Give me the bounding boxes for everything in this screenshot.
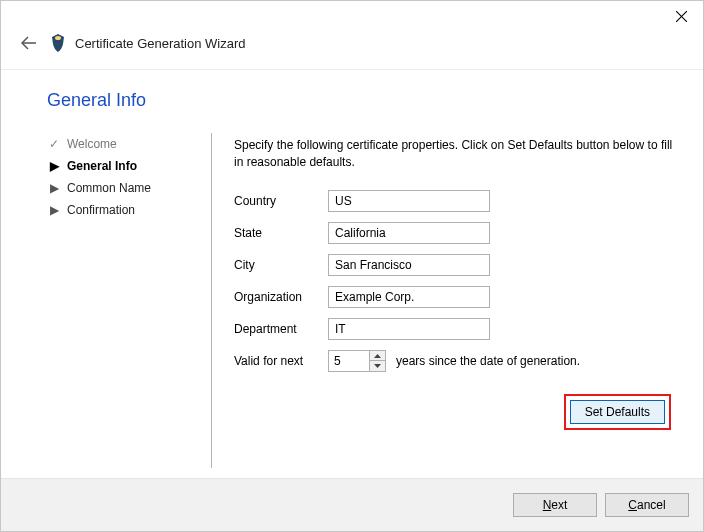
step-common-name: ▶ Common Name — [47, 181, 197, 195]
row-state: State — [234, 222, 679, 244]
check-icon: ✓ — [47, 137, 61, 151]
country-label: Country — [234, 194, 328, 208]
row-organization: Organization — [234, 286, 679, 308]
organization-input[interactable] — [328, 286, 490, 308]
vertical-divider — [211, 133, 212, 468]
department-input[interactable] — [328, 318, 490, 340]
content: General Info ✓ Welcome ▶ General Info ▶ … — [1, 70, 703, 478]
city-label: City — [234, 258, 328, 272]
state-label: State — [234, 226, 328, 240]
svg-marker-5 — [374, 364, 381, 368]
wizard-steps: ✓ Welcome ▶ General Info ▶ Common Name ▶… — [47, 133, 197, 468]
svg-point-3 — [55, 36, 61, 40]
step-label: Common Name — [67, 181, 151, 195]
step-label: General Info — [67, 159, 137, 173]
back-button[interactable] — [17, 31, 41, 55]
chevron-up-icon — [374, 354, 381, 358]
organization-label: Organization — [234, 290, 328, 304]
body: ✓ Welcome ▶ General Info ▶ Common Name ▶… — [47, 133, 679, 468]
close-button[interactable] — [659, 2, 703, 30]
valid-years-trail: years since the date of generation. — [396, 354, 580, 368]
close-icon — [676, 11, 687, 22]
window-title: Certificate Generation Wizard — [75, 36, 246, 51]
city-input[interactable] — [328, 254, 490, 276]
step-label: Welcome — [67, 137, 117, 151]
cancel-button[interactable]: Cancel — [605, 493, 689, 517]
next-label-rest: ext — [551, 498, 567, 512]
instructions-text: Specify the following certificate proper… — [234, 137, 674, 172]
spinner-down-button[interactable] — [370, 361, 385, 371]
certificate-wizard-icon — [49, 34, 67, 52]
wizard-window: Certificate Generation Wizard General In… — [0, 0, 704, 532]
step-label: Confirmation — [67, 203, 135, 217]
chevron-down-icon — [374, 364, 381, 368]
set-defaults-button[interactable]: Set Defaults — [570, 400, 665, 424]
step-general-info: ▶ General Info — [47, 159, 197, 173]
titlebar — [1, 1, 703, 31]
spinner-up-button[interactable] — [370, 351, 385, 362]
step-welcome: ✓ Welcome — [47, 137, 197, 151]
svg-marker-4 — [374, 354, 381, 358]
country-input[interactable] — [328, 190, 490, 212]
triangle-right-icon: ▶ — [47, 181, 61, 195]
arrow-left-icon — [21, 36, 37, 50]
triangle-right-icon: ▶ — [47, 159, 61, 173]
page-title: General Info — [47, 90, 679, 111]
row-department: Department — [234, 318, 679, 340]
valid-years-input[interactable] — [329, 351, 369, 371]
defaults-wrap: Set Defaults — [234, 394, 679, 430]
row-country: Country — [234, 190, 679, 212]
set-defaults-highlight: Set Defaults — [564, 394, 671, 430]
valid-years-label: Valid for next — [234, 354, 328, 368]
form-area: Specify the following certificate proper… — [234, 133, 679, 468]
header: Certificate Generation Wizard — [1, 31, 703, 70]
valid-years-spinner[interactable] — [328, 350, 386, 372]
row-valid-years: Valid for next years since the date — [234, 350, 679, 372]
row-city: City — [234, 254, 679, 276]
state-input[interactable] — [328, 222, 490, 244]
cancel-label-rest: ancel — [637, 498, 666, 512]
next-button[interactable]: Next — [513, 493, 597, 517]
department-label: Department — [234, 322, 328, 336]
triangle-right-icon: ▶ — [47, 203, 61, 217]
step-confirmation: ▶ Confirmation — [47, 203, 197, 217]
footer: Next Cancel — [1, 478, 703, 531]
